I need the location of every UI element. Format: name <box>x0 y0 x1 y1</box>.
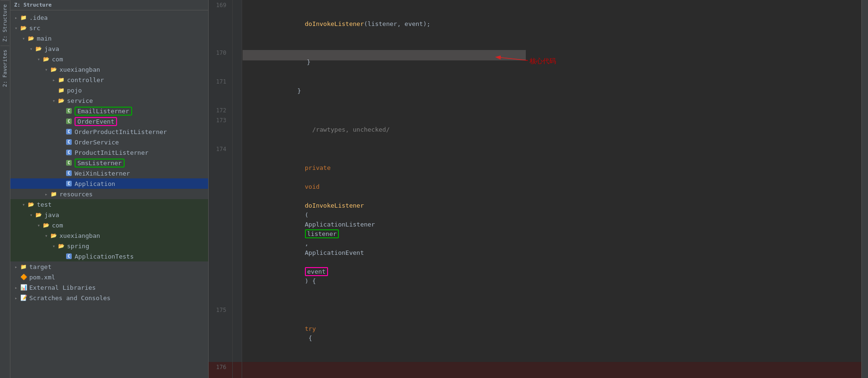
tree-item-weixinlisterner[interactable]: C WeiXinListerner <box>10 168 208 178</box>
code-content-175: try { <box>242 305 861 362</box>
tree-item-controller[interactable]: 📁 controller <box>10 75 208 85</box>
class-icon-orderevent: C <box>65 118 73 125</box>
label-weixinlisterner: WeiXinListerner <box>75 170 130 177</box>
label-controller: controller <box>67 76 104 84</box>
label-src: src <box>29 25 40 32</box>
label-smslisterner: SmsListerner <box>75 159 125 168</box>
code-editor[interactable]: 169 doInvokeListener(listener, event); 1… <box>209 0 861 378</box>
arrow-com-test <box>35 221 42 229</box>
tree-item-com-test[interactable]: 📂 com <box>10 220 208 230</box>
tree-item-pom[interactable]: 🔶 pom.xml <box>10 272 208 282</box>
tree-item-test[interactable]: 📂 test <box>10 199 208 210</box>
arrow-service <box>50 97 58 104</box>
label-main: main <box>37 35 51 42</box>
gutter-173 <box>232 115 242 144</box>
arrow-spring <box>50 242 58 250</box>
label-idea: .idea <box>29 14 48 21</box>
line-number-176: 176 <box>209 362 232 378</box>
arrow-external-libs <box>12 284 20 291</box>
tree-item-orderproductinitlisterner[interactable]: C OrderProductInitListerner <box>10 126 208 137</box>
folder-icon-target: 📁 <box>20 263 27 270</box>
tree-item-orderevent[interactable]: C OrderEvent <box>10 116 208 126</box>
label-com-test: com <box>52 222 63 229</box>
class-icon-weixinlisterner: C <box>65 169 73 177</box>
label-scratches: Scratches and Consoles <box>29 294 110 302</box>
main-editor-panel: 169 doInvokeListener(listener, event); 1… <box>209 0 861 378</box>
tree-item-resources[interactable]: 📁 resources <box>10 189 208 199</box>
line-number-174: 174 <box>209 144 232 305</box>
tree-item-target[interactable]: 📁 target <box>10 261 208 272</box>
gutter-175 <box>232 305 242 362</box>
arrow-java <box>27 45 35 52</box>
tree-item-applicationtests[interactable]: C ApplicationTests <box>10 251 208 261</box>
code-content-173: /rawtypes, unchecked/ <box>242 115 861 144</box>
code-table: 169 doInvokeListener(listener, event); 1… <box>209 0 861 378</box>
right-scrollbar[interactable] <box>861 0 868 378</box>
tree-item-com[interactable]: 📂 com <box>10 54 208 64</box>
tree-item-service[interactable]: 📂 service <box>10 95 208 106</box>
gutter-174 <box>232 144 242 305</box>
tree-item-xuexiangban-test[interactable]: 📂 xuexiangban <box>10 230 208 241</box>
folder-icon-resources: 📁 <box>50 190 58 198</box>
folder-icon-pojo: 📁 <box>58 86 65 94</box>
tree-item-smslisterner[interactable]: C SmsListerner <box>10 158 208 168</box>
folder-icon-scratches: 📝 <box>20 294 27 302</box>
tree-item-src[interactable]: 📂 src <box>10 23 208 33</box>
folder-icon-com: 📂 <box>42 55 50 63</box>
label-orderservice: OrderService <box>75 139 119 146</box>
tree-item-scratches[interactable]: 📝 Scratches and Consoles <box>10 293 208 303</box>
arrow-resources <box>42 190 50 198</box>
line-number-175: 175 <box>209 305 232 362</box>
line-number-170: 170 <box>209 48 232 76</box>
arrow-scratches <box>12 294 20 302</box>
tree-item-main[interactable]: 📂 main <box>10 33 208 43</box>
gutter-170 <box>232 48 242 76</box>
label-pom: pom.xml <box>29 274 55 281</box>
label-java: java <box>44 45 59 52</box>
folder-icon-idea: 📁 <box>20 14 27 21</box>
tree-item-spring[interactable]: 📂 spring <box>10 241 208 251</box>
line-number-169: 169 <box>209 0 232 48</box>
gutter-176 <box>232 362 242 378</box>
code-line-170: 170 } <box>209 48 861 76</box>
tree-item-external-libs[interactable]: 📊 External Libraries <box>10 282 208 293</box>
pom-icon: 🔶 <box>20 273 27 281</box>
tree-item-java-test[interactable]: 📂 java <box>10 210 208 220</box>
code-content-170: } <box>242 48 861 76</box>
label-spring: spring <box>67 243 89 250</box>
arrow-main <box>20 34 27 42</box>
tree-item-application[interactable]: C Application <box>10 178 208 189</box>
structure-tab[interactable]: Z: Structure <box>0 0 9 45</box>
arrow-target <box>12 263 20 270</box>
code-content-171: } <box>242 76 861 105</box>
label-java-test: java <box>44 211 59 218</box>
tree-item-emaillisterner[interactable]: C EmailListerner <box>10 106 208 116</box>
code-content-172 <box>242 105 861 115</box>
tree-item-orderservice[interactable]: C OrderService <box>10 137 208 147</box>
code-line-174: 174 private void doInvokeListener ( Appl… <box>209 144 861 305</box>
tree-item-productinitlisterner[interactable]: C ProductInitListerner <box>10 147 208 158</box>
arrow-xuexiangban-test <box>42 232 50 239</box>
label-xuexiangban: xuexiangban <box>59 66 100 73</box>
label-orderevent: OrderEvent <box>75 117 117 126</box>
class-icon-productinitlisterner: C <box>65 149 73 156</box>
class-icon-applicationtests: C <box>65 252 73 260</box>
folder-icon-java-test: 📂 <box>35 211 42 218</box>
tree-item-xuexiangban[interactable]: 📂 xuexiangban <box>10 64 208 75</box>
folder-icon-main: 📂 <box>27 34 35 42</box>
arrow-src <box>12 24 20 32</box>
line-number-171: 171 <box>209 76 232 105</box>
code-line-173: 173 /rawtypes, unchecked/ <box>209 115 861 144</box>
tree-item-pojo[interactable]: 📁 pojo <box>10 85 208 95</box>
arrow-idea <box>12 14 20 21</box>
favorites-tab[interactable]: 2: Favorites <box>0 45 9 91</box>
code-content-176: listener . onApplicationEvent (event); <box>242 362 861 378</box>
tree-item-java[interactable]: 📂 java <box>10 43 208 54</box>
tree-item-idea[interactable]: 📁 .idea <box>10 12 208 23</box>
gutter-171 <box>232 76 242 105</box>
label-pojo: pojo <box>67 87 82 94</box>
folder-icon-spring: 📂 <box>58 242 65 250</box>
folder-icon-java: 📂 <box>35 45 42 52</box>
arrow-java-test <box>27 211 35 218</box>
listener-box: listener <box>305 229 339 238</box>
